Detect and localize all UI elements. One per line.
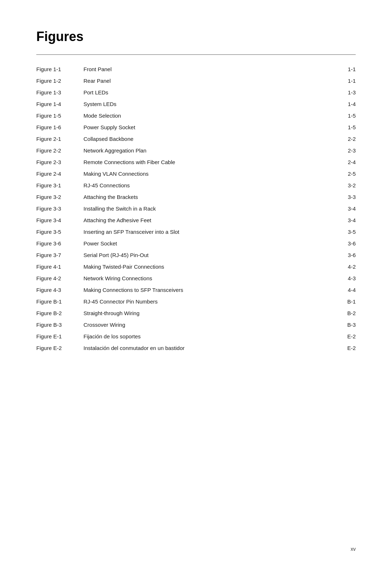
figure-id: Figure 3-5: [36, 226, 83, 238]
table-row: Figure 3-6Power Socket3-6: [36, 238, 356, 249]
table-row: Figure 4-2Network Wiring Connections4-3: [36, 273, 356, 284]
table-row: Figure 1-2Rear Panel1-1: [36, 75, 356, 87]
figure-id: Figure 2-3: [36, 156, 83, 168]
table-row: Figure 4-1Making Twisted-Pair Connection…: [36, 261, 356, 273]
table-row: Figure 3-3Installing the Switch in a Rac…: [36, 203, 356, 215]
figure-page: B-1: [334, 296, 356, 308]
table-row: Figure 3-4Attaching the Adhesive Feet3-4: [36, 215, 356, 226]
table-row: Figure 3-2Attaching the Brackets3-3: [36, 191, 356, 203]
figure-id: Figure 4-2: [36, 273, 83, 284]
figure-page: 3-3: [334, 191, 356, 203]
figure-title: Crossover Wiring: [83, 319, 334, 331]
figure-id: Figure B-3: [36, 319, 83, 331]
table-row: Figure 3-1RJ-45 Connections3-2: [36, 180, 356, 191]
figure-id: Figure 2-4: [36, 168, 83, 180]
figure-id: Figure 3-4: [36, 215, 83, 226]
figure-page: 2-3: [334, 145, 356, 156]
figure-title: Making Twisted-Pair Connections: [83, 261, 334, 273]
table-row: Figure 2-4Making VLAN Connections2-5: [36, 168, 356, 180]
figure-page: 2-2: [334, 133, 356, 145]
figure-title: Straight-through Wiring: [83, 308, 334, 319]
table-row: Figure 3-7Serial Port (RJ-45) Pin-Out3-6: [36, 249, 356, 261]
figure-page: E-2: [334, 342, 356, 354]
figure-id: Figure 1-2: [36, 75, 83, 87]
figure-title: Making VLAN Connections: [83, 168, 334, 180]
table-row: Figure 1-6Power Supply Socket1-5: [36, 122, 356, 133]
table-row: Figure 1-1Front Panel1-1: [36, 64, 356, 75]
figure-page: 1-5: [334, 110, 356, 122]
figure-id: Figure 3-3: [36, 203, 83, 215]
figure-id: Figure 1-3: [36, 87, 83, 98]
figure-id: Figure E-2: [36, 342, 83, 354]
table-row: Figure 2-2Network Aggregation Plan2-3: [36, 145, 356, 156]
figure-title: Collapsed Backbone: [83, 133, 334, 145]
figure-id: Figure 2-1: [36, 133, 83, 145]
figure-page: 3-5: [334, 226, 356, 238]
table-row: Figure 4-3Making Connections to SFP Tran…: [36, 284, 356, 296]
figure-page: 1-4: [334, 98, 356, 110]
figure-title: Network Wiring Connections: [83, 273, 334, 284]
figure-id: Figure 3-7: [36, 249, 83, 261]
figure-id: Figure 4-1: [36, 261, 83, 273]
figure-page: 4-4: [334, 284, 356, 296]
table-row: Figure 1-4System LEDs1-4: [36, 98, 356, 110]
figure-id: Figure 4-3: [36, 284, 83, 296]
page-title: Figures: [36, 29, 356, 44]
figure-title: RJ-45 Connector Pin Numbers: [83, 296, 334, 308]
figure-title: Instalación del conmutador en un bastido…: [83, 342, 334, 354]
figure-id: Figure 3-2: [36, 191, 83, 203]
figure-page: 4-2: [334, 261, 356, 273]
figure-page: 2-4: [334, 156, 356, 168]
table-row: Figure E-2Instalación del conmutador en …: [36, 342, 356, 354]
figure-page: 3-6: [334, 238, 356, 249]
table-row: Figure 3-5Inserting an SFP Transceiver i…: [36, 226, 356, 238]
table-row: Figure B-1RJ-45 Connector Pin NumbersB-1: [36, 296, 356, 308]
figure-id: Figure B-2: [36, 308, 83, 319]
figure-id: Figure 3-1: [36, 180, 83, 191]
figure-title: Serial Port (RJ-45) Pin-Out: [83, 249, 334, 261]
table-row: Figure B-2Straight-through WiringB-2: [36, 308, 356, 319]
figure-page: 1-5: [334, 122, 356, 133]
figure-title: Network Aggregation Plan: [83, 145, 334, 156]
table-row: Figure B-3Crossover WiringB-3: [36, 319, 356, 331]
figure-page: 3-6: [334, 249, 356, 261]
figure-title: Power Supply Socket: [83, 122, 334, 133]
figure-id: Figure E-1: [36, 331, 83, 342]
figure-id: Figure 2-2: [36, 145, 83, 156]
figure-title: Fijación de los soportes: [83, 331, 334, 342]
figure-id: Figure 1-5: [36, 110, 83, 122]
page-footer-number: xv: [351, 546, 356, 552]
figure-page: B-3: [334, 319, 356, 331]
figure-title: Rear Panel: [83, 75, 334, 87]
table-row: Figure 1-3Port LEDs1-3: [36, 87, 356, 98]
figure-page: 3-4: [334, 215, 356, 226]
figure-page: 2-5: [334, 168, 356, 180]
figure-title: Mode Selection: [83, 110, 334, 122]
figure-page: 1-3: [334, 87, 356, 98]
figure-page: B-2: [334, 308, 356, 319]
figure-id: Figure 1-1: [36, 64, 83, 75]
figure-page: E-2: [334, 331, 356, 342]
figure-title: Front Panel: [83, 64, 334, 75]
figure-page: 1-1: [334, 64, 356, 75]
table-row: Figure E-1Fijación de los soportesE-2: [36, 331, 356, 342]
figure-page: 3-2: [334, 180, 356, 191]
figure-title: RJ-45 Connections: [83, 180, 334, 191]
figure-title: Installing the Switch in a Rack: [83, 203, 334, 215]
figure-title: System LEDs: [83, 98, 334, 110]
figure-title: Making Connections to SFP Transceivers: [83, 284, 334, 296]
figure-id: Figure 1-4: [36, 98, 83, 110]
figure-page: 1-1: [334, 75, 356, 87]
figure-page: 4-3: [334, 273, 356, 284]
figure-title: Power Socket: [83, 238, 334, 249]
page-container: Figures Figure 1-1Front Panel1-1Figure 1…: [0, 0, 392, 383]
figure-title: Port LEDs: [83, 87, 334, 98]
figure-id: Figure 1-6: [36, 122, 83, 133]
figure-title: Inserting an SFP Transceiver into a Slot: [83, 226, 334, 238]
figure-title: Attaching the Adhesive Feet: [83, 215, 334, 226]
table-row: Figure 2-1Collapsed Backbone2-2: [36, 133, 356, 145]
table-row: Figure 1-5Mode Selection1-5: [36, 110, 356, 122]
figure-title: Remote Connections with Fiber Cable: [83, 156, 334, 168]
figure-title: Attaching the Brackets: [83, 191, 334, 203]
divider: [36, 54, 356, 55]
